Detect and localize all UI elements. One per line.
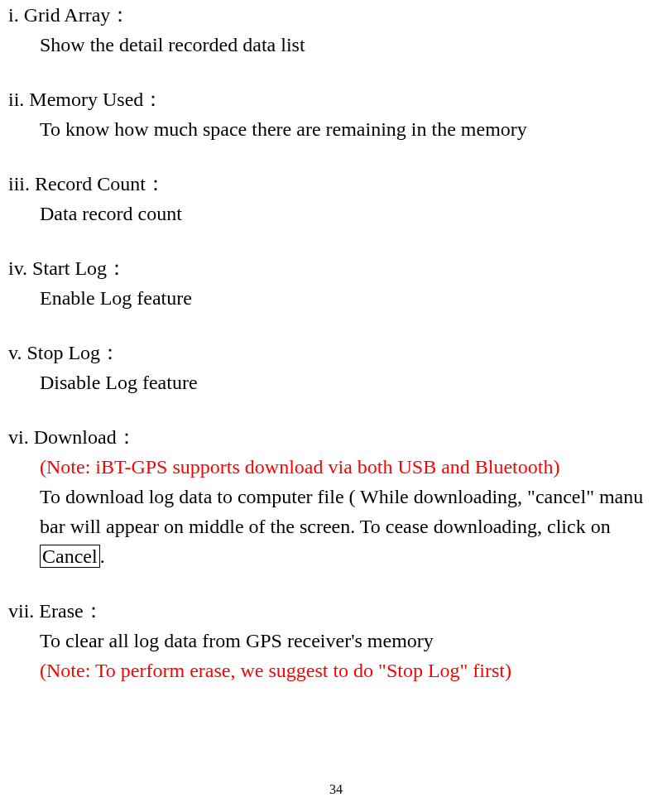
section-note: (Note: iBT-GPS supports download via bot… bbox=[40, 456, 559, 478]
section-start-log: iv. Start Log： Enable Log feature bbox=[8, 253, 664, 313]
section-note: (Note: To perform erase, we suggest to d… bbox=[40, 660, 511, 681]
section-title: vi. Download： bbox=[8, 422, 664, 452]
section-memory-used: ii. Memory Used： To know how much space … bbox=[8, 84, 664, 144]
section-title: iii. Record Count： bbox=[8, 169, 664, 199]
section-stop-log: v. Stop Log： Disable Log feature bbox=[8, 338, 664, 397]
desc-pre: To download log data to computer file ( … bbox=[40, 486, 643, 537]
section-title: vii. Erase： bbox=[8, 596, 664, 626]
section-desc: Disable Log feature bbox=[8, 367, 664, 397]
cancel-box: Cancel bbox=[40, 545, 100, 568]
section-title: v. Stop Log： bbox=[8, 338, 664, 367]
section-desc: Show the detail recorded data list bbox=[8, 30, 664, 60]
section-download: vi. Download： (Note: iBT-GPS supports do… bbox=[8, 422, 664, 571]
section-desc: Data record count bbox=[8, 199, 664, 228]
section-title: i. Grid Array： bbox=[8, 0, 664, 30]
section-grid-array: i. Grid Array： Show the detail recorded … bbox=[8, 0, 664, 60]
section-erase: vii. Erase： To clear all log data from G… bbox=[8, 596, 664, 685]
page-number: 34 bbox=[0, 782, 672, 797]
section-desc: To download log data to computer file ( … bbox=[8, 482, 664, 571]
section-note-container: (Note: iBT-GPS supports download via bot… bbox=[8, 452, 664, 482]
section-desc: To clear all log data from GPS receiver'… bbox=[8, 626, 664, 656]
section-desc: To know how much space there are remaini… bbox=[8, 114, 664, 144]
desc-post: . bbox=[100, 545, 105, 567]
section-desc: Enable Log feature bbox=[8, 283, 664, 313]
section-title: ii. Memory Used： bbox=[8, 84, 664, 114]
section-title: iv. Start Log： bbox=[8, 253, 664, 283]
section-record-count: iii. Record Count： Data record count bbox=[8, 169, 664, 228]
section-note-container: (Note: To perform erase, we suggest to d… bbox=[8, 656, 664, 685]
